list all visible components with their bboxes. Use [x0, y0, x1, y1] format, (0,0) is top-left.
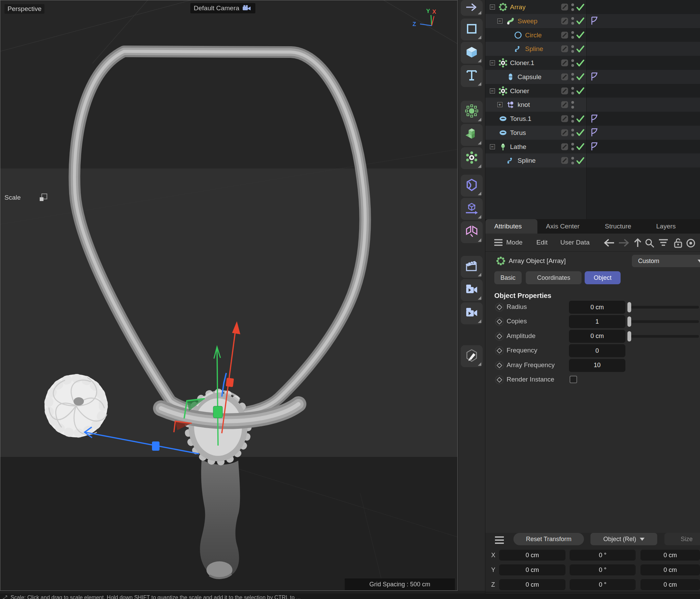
property-input[interactable]: 0 — [569, 344, 625, 357]
visibility-dots[interactable] — [571, 126, 575, 140]
keyframe-dot[interactable] — [495, 303, 504, 312]
section-tab-coordinates[interactable]: Coordinates — [526, 271, 582, 284]
enabled-checkmark[interactable] — [576, 14, 585, 28]
tab-axis-center[interactable]: Axis Center — [546, 219, 580, 234]
object-row-circle[interactable]: Circle — [485, 28, 700, 42]
text-tool-button[interactable] — [461, 65, 483, 87]
preset-dropdown-caret-button[interactable] — [695, 255, 700, 267]
visibility-dots[interactable] — [571, 28, 575, 42]
object-row-knot[interactable]: +knot — [485, 98, 700, 112]
visibility-dots[interactable] — [571, 0, 575, 14]
sculpt-edit-button[interactable] — [461, 345, 483, 367]
view-mode-label[interactable]: Perspective — [4, 4, 44, 14]
property-slider-track[interactable] — [631, 306, 699, 309]
visibility-dots[interactable] — [571, 42, 575, 56]
object-row-spline[interactable]: Spline — [485, 153, 700, 167]
gizmo-x-handle[interactable] — [152, 441, 160, 451]
visibility-dots[interactable] — [571, 140, 575, 154]
property-input[interactable]: 10 — [569, 359, 625, 372]
search-icon[interactable] — [644, 238, 655, 250]
deformer-button[interactable] — [461, 175, 483, 197]
render-to-picture-viewer-button[interactable] — [461, 279, 483, 301]
rectangle-tool-button[interactable] — [461, 18, 483, 40]
edit-toggle[interactable] — [561, 84, 568, 98]
gizmo-z-handle[interactable] — [226, 378, 234, 387]
property-slider-handle[interactable] — [627, 316, 631, 327]
z-rotation-input[interactable]: 0 ° — [570, 579, 636, 590]
gizmo-center-handle[interactable] — [213, 406, 222, 418]
edit-toggle[interactable] — [561, 153, 568, 167]
phong-tag-icon[interactable] — [590, 70, 598, 84]
tab-structure[interactable]: Structure — [605, 219, 631, 234]
enabled-checkmark[interactable] — [576, 112, 585, 126]
section-tab-object[interactable]: Object — [585, 271, 621, 284]
phong-tag-icon[interactable] — [590, 126, 598, 140]
3d-viewport[interactable]: Perspective Default Camera Scale Grid Sp… — [0, 0, 458, 591]
edit-toggle[interactable] — [561, 112, 568, 126]
object-name[interactable]: Array — [510, 0, 525, 14]
object-row-spline[interactable]: Spline — [485, 42, 700, 56]
object-row-array[interactable]: −Array — [485, 0, 700, 14]
volume-builder-button[interactable] — [461, 124, 483, 146]
enabled-checkmark[interactable] — [576, 42, 585, 56]
object-name[interactable]: Capsule — [518, 70, 542, 84]
cube-primitive-button[interactable] — [461, 42, 483, 64]
workplane-button[interactable] — [461, 198, 483, 220]
enabled-checkmark[interactable] — [576, 126, 585, 140]
edit-toggle[interactable] — [561, 126, 568, 140]
up-arrow-icon[interactable] — [633, 238, 643, 249]
nav-arrow-button[interactable] — [461, 0, 483, 16]
property-input[interactable]: 0 cm — [569, 301, 625, 314]
phong-tag-icon[interactable] — [590, 140, 598, 154]
object-name[interactable]: Spline — [525, 42, 543, 56]
keyframe-dot[interactable] — [495, 346, 504, 355]
object-name[interactable]: Spline — [518, 153, 536, 167]
hamburger-menu-icon[interactable] — [494, 536, 505, 545]
object-name[interactable]: Cloner — [510, 84, 529, 98]
forward-arrow-icon[interactable] — [618, 238, 630, 249]
lathe-object[interactable] — [200, 460, 240, 578]
lock-icon[interactable] — [674, 238, 683, 250]
edit-toggle[interactable] — [561, 56, 568, 70]
preset-dropdown[interactable]: Custom — [632, 255, 699, 267]
y-rotation-input[interactable]: 0 ° — [570, 564, 636, 575]
visibility-dots[interactable] — [571, 56, 575, 70]
enabled-checkmark[interactable] — [576, 28, 585, 42]
collapse-toggle[interactable]: − — [490, 4, 495, 10]
collapse-toggle[interactable]: − — [490, 144, 495, 149]
visibility-dots[interactable] — [571, 70, 575, 84]
edit-toggle[interactable] — [561, 28, 568, 42]
enabled-checkmark[interactable] — [576, 56, 585, 70]
object-row-cloner-1[interactable]: −Cloner.1 — [485, 56, 700, 70]
z-scale-input[interactable]: 0 cm — [640, 579, 700, 590]
object-name[interactable]: Sweep — [518, 14, 537, 28]
object-name[interactable]: knot — [518, 98, 530, 112]
mograph-cloner-button[interactable] — [461, 147, 483, 169]
object-row-lathe[interactable]: −Lathe — [485, 140, 700, 154]
keyframe-dot[interactable] — [495, 332, 504, 341]
visibility-dots[interactable] — [571, 153, 575, 167]
keyframe-dot[interactable] — [495, 317, 504, 326]
camera-selector[interactable]: Default Camera — [190, 3, 255, 13]
object-name[interactable]: Circle — [525, 28, 542, 42]
collapse-toggle[interactable]: − — [497, 18, 502, 24]
keyframe-dot[interactable] — [495, 361, 504, 370]
edit-toggle[interactable] — [561, 42, 568, 56]
collapse-toggle[interactable]: − — [490, 60, 495, 65]
coordinate-mode-dropdown[interactable]: Object (Rel) — [590, 533, 657, 545]
phong-tag-icon[interactable] — [590, 112, 598, 126]
reset-transform-button[interactable]: Reset Transform — [513, 533, 584, 545]
object-name[interactable]: Torus — [510, 126, 526, 140]
object-row-cloner[interactable]: −Cloner — [485, 84, 700, 98]
knot-object[interactable] — [44, 374, 107, 437]
x-rotation-input[interactable]: 0 ° — [570, 550, 636, 561]
visibility-dots[interactable] — [571, 98, 575, 112]
menu-edit[interactable]: Edit — [536, 234, 548, 251]
property-input[interactable]: 1 — [569, 315, 625, 328]
property-input[interactable]: 0 cm — [569, 330, 625, 343]
object-row-torus[interactable]: Torus — [485, 126, 700, 140]
x-scale-input[interactable]: 0 cm — [640, 550, 700, 561]
enabled-checkmark[interactable] — [576, 140, 585, 154]
visibility-dots[interactable] — [571, 14, 575, 28]
scale-tool-hud[interactable]: Scale — [4, 193, 48, 202]
